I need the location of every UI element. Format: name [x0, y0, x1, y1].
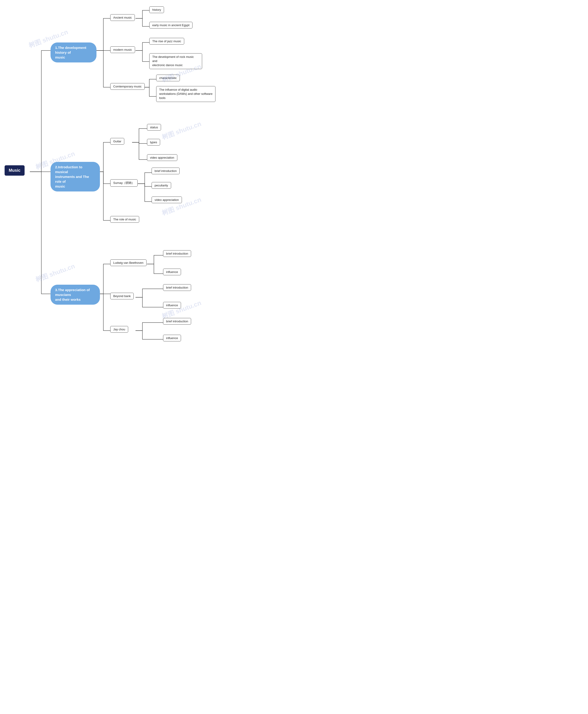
l3-characteristic: characteristic	[156, 74, 180, 81]
l2-ancient-music: Ancient music	[110, 14, 135, 21]
l1-node-1: 1.The development history of music	[50, 42, 97, 62]
l3-rock-music: The development of rock music and electr…	[149, 53, 202, 69]
l3-history: history	[149, 6, 164, 13]
l2-jay: Jay chou	[110, 326, 128, 333]
l2-modern-music: modern music	[110, 46, 135, 53]
l2-beethoven: Ludwig van Beethoven	[110, 259, 147, 266]
l3-types: types	[147, 139, 160, 146]
l3-influence-beethoven: influence	[163, 268, 181, 275]
l3-video-guitar: video appreciation	[147, 154, 177, 161]
l3-status: status	[147, 124, 161, 131]
l3-brief-jay: brief introduction	[163, 318, 191, 325]
connector-lines	[0, 0, 294, 357]
l3-influence-beyond: influence	[163, 302, 181, 308]
l3-brief-surnay: brief introduction	[152, 168, 180, 174]
l3-brief-beethoven: brief introduction	[163, 250, 191, 257]
l1-node-3: 3.The appreciation of muscians and their…	[50, 285, 100, 305]
l3-daw: The influence of digital audio workstati…	[156, 86, 215, 102]
l3-peculiarity: peculiarity	[152, 182, 171, 189]
l3-video-surnay: video appreciation	[152, 196, 182, 203]
l3-influence-jay: influence	[163, 335, 181, 341]
l3-brief-beyond: brief introduction	[163, 284, 191, 291]
l1-node-2: 2.Introduction to musical instruments an…	[50, 162, 100, 192]
l2-surnay: Surnay（唢呐）	[110, 179, 138, 187]
l1-node-3-label: 3.The appreciation of muscians and their…	[55, 288, 90, 301]
watermark: 树图 shutu.cn	[34, 262, 76, 284]
l2-role-of-music: The role of music	[110, 216, 139, 223]
mindmap-container: 树图 shutu.cn 树图 shutu.cn 树图 shutu.cn 树图 s…	[0, 0, 294, 357]
l3-jazz: The rise of jazz music	[149, 38, 184, 45]
watermark: 树图 shutu.cn	[161, 120, 203, 142]
l2-guitar: Guitar	[110, 138, 124, 145]
l1-node-2-label: 2.Introduction to musical instruments an…	[55, 165, 89, 188]
l3-early-music: early music in ancient Egypt	[149, 22, 192, 28]
l2-contemporary-music: Comtemporary music	[110, 83, 145, 90]
root-node: Music	[5, 165, 25, 176]
l2-beyond: Beyond bank	[110, 293, 134, 299]
l1-node-1-label: 1.The development history of music	[55, 46, 86, 59]
root-label: Music	[9, 168, 20, 173]
